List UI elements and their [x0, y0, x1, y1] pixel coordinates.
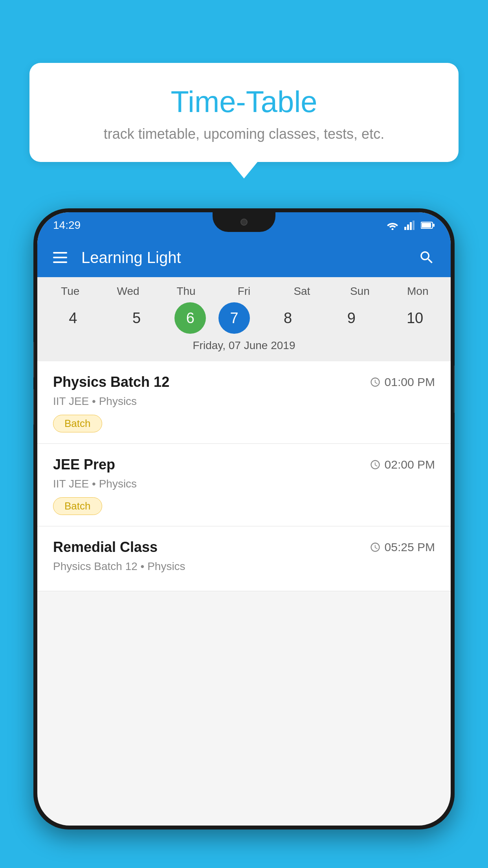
day-name-sun: Sun: [334, 285, 385, 298]
item-3-time-text: 05:25 PM: [385, 541, 435, 554]
day-name-wed: Wed: [103, 285, 154, 298]
item-3-time: 05:25 PM: [370, 541, 435, 554]
phone-screen: 14:29: [37, 212, 451, 826]
svg-rect-7: [433, 224, 435, 227]
day-name-fri: Fri: [218, 285, 270, 298]
clock-icon-3: [370, 542, 381, 553]
day-7-selected[interactable]: 7: [218, 302, 250, 334]
calendar-strip: Tue Wed Thu Fri Sat Sun Mon 4 5 6 7 8 9 …: [37, 277, 451, 361]
search-icon[interactable]: [418, 249, 435, 266]
item-2-time: 02:00 PM: [370, 458, 435, 471]
bubble-subtitle: track timetable, upcoming classes, tests…: [53, 126, 435, 142]
app-title: Learning Light: [81, 249, 418, 267]
selected-date: Friday, 07 June 2019: [37, 339, 451, 357]
day-4[interactable]: 4: [48, 302, 99, 334]
item-3-header: Remedial Class 05:25 PM: [53, 539, 435, 555]
item-1-time-text: 01:00 PM: [385, 375, 435, 389]
item-2-subtitle: IIT JEE • Physics: [53, 478, 435, 490]
day-6-today[interactable]: 6: [174, 302, 206, 334]
status-bar: 14:29: [37, 212, 451, 238]
day-name-sat: Sat: [276, 285, 327, 298]
svg-rect-2: [407, 224, 409, 230]
menu-button[interactable]: [53, 252, 67, 263]
bubble-title: Time-Table: [53, 85, 435, 119]
schedule-item-3[interactable]: Remedial Class 05:25 PM Physics Batch 12…: [37, 526, 451, 591]
svg-rect-1: [404, 227, 406, 230]
status-icons: [386, 221, 435, 230]
schedule-list: Physics Batch 12 01:00 PM IIT JEE • Phys…: [37, 361, 451, 591]
phone-frame: 14:29: [33, 208, 455, 829]
svg-point-0: [392, 228, 394, 230]
signal-icon: [404, 221, 415, 230]
item-1-batch-tag: Batch: [53, 415, 102, 432]
clock-icon-1: [370, 377, 381, 388]
svg-rect-6: [422, 223, 431, 228]
app-bar: Learning Light: [37, 238, 451, 277]
item-3-subtitle: Physics Batch 12 • Physics: [53, 560, 435, 573]
item-3-title: Remedial Class: [53, 539, 158, 555]
item-1-title: Physics Batch 12: [53, 374, 169, 390]
item-2-header: JEE Prep 02:00 PM: [53, 456, 435, 473]
volume-down-button: [33, 389, 34, 425]
day-name-mon: Mon: [392, 285, 443, 298]
schedule-item-2[interactable]: JEE Prep 02:00 PM IIT JEE • Physics Batc…: [37, 444, 451, 526]
svg-rect-3: [410, 222, 412, 230]
camera: [240, 219, 248, 226]
item-1-header: Physics Batch 12 01:00 PM: [53, 374, 435, 390]
battery-icon: [421, 221, 435, 229]
status-time: 14:29: [53, 219, 81, 232]
day-8[interactable]: 8: [262, 302, 314, 334]
item-2-batch-tag: Batch: [53, 497, 102, 515]
clock-icon-2: [370, 459, 381, 470]
item-1-time: 01:00 PM: [370, 375, 435, 389]
item-2-title: JEE Prep: [53, 456, 115, 473]
power-button: [454, 366, 455, 413]
day-10[interactable]: 10: [389, 302, 440, 334]
notch: [213, 212, 275, 232]
item-2-time-text: 02:00 PM: [385, 458, 435, 471]
svg-rect-4: [413, 221, 415, 230]
schedule-item-1[interactable]: Physics Batch 12 01:00 PM IIT JEE • Phys…: [37, 361, 451, 444]
wifi-icon: [386, 221, 399, 230]
day-numbers: 4 5 6 7 8 9 10: [37, 302, 451, 334]
day-name-tue: Tue: [45, 285, 96, 298]
day-9[interactable]: 9: [326, 302, 377, 334]
day-names: Tue Wed Thu Fri Sat Sun Mon: [37, 285, 451, 298]
phone-wrapper: 14:29: [33, 208, 455, 868]
speech-bubble: Time-Table track timetable, upcoming cla…: [29, 63, 459, 162]
volume-up-button: [33, 342, 34, 377]
day-5[interactable]: 5: [111, 302, 162, 334]
item-1-subtitle: IIT JEE • Physics: [53, 395, 435, 408]
day-name-thu: Thu: [161, 285, 212, 298]
